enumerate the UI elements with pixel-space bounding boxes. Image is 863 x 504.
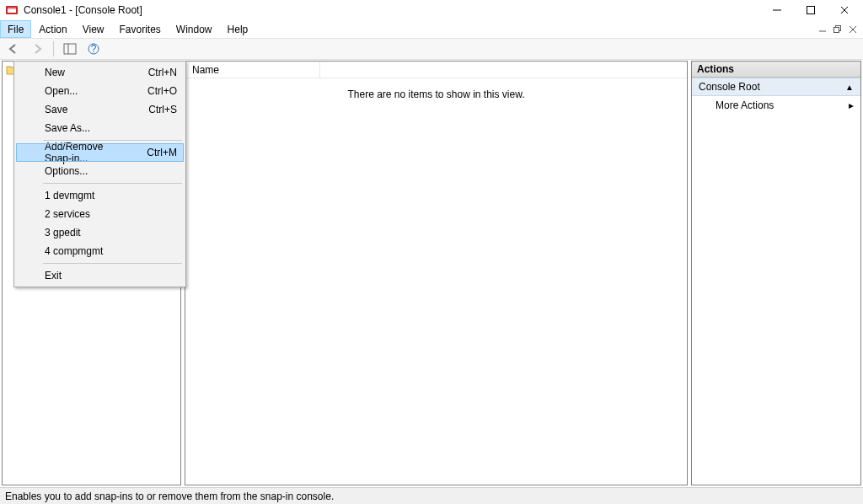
file-menu-open[interactable]: Open... Ctrl+O [16, 82, 184, 100]
svg-rect-2 [8, 8, 16, 9]
maximize-button[interactable] [794, 0, 828, 20]
svg-rect-12 [64, 44, 76, 54]
action-more-actions[interactable]: More Actions ▸ [692, 96, 860, 115]
file-menu-new-label: New [45, 67, 65, 78]
file-menu-recent-4-label: 4 compmgmt [45, 245, 103, 257]
mdi-restore-button[interactable] [831, 23, 844, 36]
window-title: Console1 - [Console Root] [24, 4, 142, 16]
file-menu-add-remove-snapin[interactable]: Add/Remove Snap-in... Ctrl+M [16, 143, 184, 162]
menu-help-label: Help [228, 24, 249, 35]
menu-favorites[interactable]: Favorites [112, 20, 169, 38]
toolbar-help-button[interactable]: ? [83, 40, 104, 58]
file-menu-save[interactable]: Save Ctrl+S [16, 100, 184, 119]
dropdown-separator [43, 183, 182, 184]
toolbar-separator [53, 41, 54, 56]
file-menu-recent-1[interactable]: 1 devmgmt [16, 186, 184, 205]
file-menu-open-shortcut: Ctrl+O [127, 85, 177, 97]
submenu-arrow-icon: ▸ [849, 99, 854, 111]
file-menu-exit[interactable]: Exit [16, 266, 184, 285]
window-controls [760, 0, 861, 20]
menu-window[interactable]: Window [169, 20, 220, 38]
minimize-button[interactable] [760, 0, 794, 20]
svg-rect-9 [834, 27, 839, 32]
toolbar: ? [0, 38, 863, 60]
content-area: Console Root Name There are no items to … [2, 61, 861, 485]
menubar: File Action View Favorites Window Help [0, 20, 863, 38]
file-menu-exit-label: Exit [45, 270, 62, 281]
mdi-minimize-button[interactable] [816, 23, 829, 36]
actions-body: Console Root ▲ More Actions ▸ [692, 78, 860, 115]
file-menu-add-remove-shortcut: Ctrl+M [126, 147, 177, 158]
file-menu-open-label: Open... [45, 85, 78, 97]
actions-block-label: Console Root [699, 81, 760, 93]
file-menu-recent-3-label: 3 gpedit [45, 227, 81, 239]
list-body: There are no items to show in this view. [185, 78, 687, 485]
file-menu-save-as[interactable]: Save As... [16, 119, 184, 137]
list-pane: Name There are no items to show in this … [185, 61, 688, 485]
menu-help[interactable]: Help [220, 20, 256, 38]
actions-pane: Actions Console Root ▲ More Actions ▸ [691, 61, 861, 485]
mdi-close-button[interactable] [846, 23, 860, 36]
action-more-actions-label: More Actions [716, 99, 774, 111]
menu-view[interactable]: View [75, 20, 112, 38]
file-menu-recent-3[interactable]: 3 gpedit [16, 223, 184, 242]
statusbar: Enables you to add snap-ins to or remove… [0, 487, 863, 504]
file-menu-new[interactable]: New Ctrl+N [16, 63, 184, 82]
titlebar-left: Console1 - [Console Root] [5, 3, 142, 17]
collapse-arrow-icon: ▲ [845, 83, 854, 92]
file-menu-options-label: Options... [45, 165, 88, 177]
close-button[interactable] [828, 0, 861, 20]
dropdown-separator [43, 263, 182, 264]
svg-text:?: ? [91, 43, 97, 55]
menu-view-label: View [83, 24, 105, 35]
menu-action-label: Action [39, 24, 67, 35]
toolbar-forward-button[interactable] [27, 40, 47, 58]
titlebar: Console1 - [Console Root] [0, 0, 863, 20]
list-empty-text: There are no items to show in this view. [347, 88, 524, 100]
actions-pane-title: Actions [692, 62, 860, 78]
list-column-name[interactable]: Name [185, 62, 320, 78]
svg-rect-4 [807, 7, 815, 14]
file-menu-recent-1-label: 1 devmgmt [45, 190, 94, 201]
list-header: Name [185, 62, 687, 78]
file-menu-recent-2-label: 2 services [45, 208, 90, 220]
menu-action[interactable]: Action [31, 20, 74, 38]
file-menu-new-shortcut: Ctrl+N [128, 67, 177, 78]
file-menu-save-label: Save [45, 104, 67, 115]
mdi-controls [816, 20, 863, 38]
file-menu-recent-4[interactable]: 4 compmgmt [16, 242, 184, 260]
menu-file-label: File [8, 24, 24, 35]
file-menu-save-as-label: Save As... [45, 122, 90, 134]
menu-favorites-label: Favorites [120, 24, 161, 35]
file-menu-options[interactable]: Options... [16, 162, 184, 180]
menu-file[interactable]: File [0, 20, 31, 38]
file-menu-save-shortcut: Ctrl+S [128, 104, 177, 115]
statusbar-text: Enables you to add snap-ins to or remove… [5, 491, 334, 502]
mmc-icon [5, 3, 19, 17]
file-menu-dropdown: New Ctrl+N Open... Ctrl+O Save Ctrl+S Sa… [13, 61, 186, 287]
file-menu-add-remove-label: Add/Remove Snap-in... [45, 141, 126, 164]
toolbar-back-button[interactable] [3, 40, 24, 58]
file-menu-recent-2[interactable]: 2 services [16, 205, 184, 223]
actions-block-header[interactable]: Console Root ▲ [692, 78, 860, 96]
toolbar-show-hide-tree-button[interactable] [60, 40, 80, 58]
list-column-name-label: Name [192, 64, 219, 76]
menu-window-label: Window [176, 24, 212, 35]
